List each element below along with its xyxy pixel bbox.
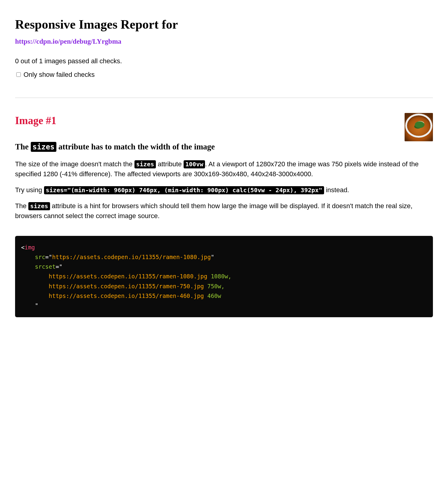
code-token: https://assets.codepen.io/11355/ramen-10… [52, 254, 211, 260]
code-block: <img src="https://assets.codepen.io/1135… [15, 236, 433, 317]
code-token: srcset [35, 263, 56, 270]
sizes-code: sizes [134, 160, 156, 168]
code-token: src [35, 254, 45, 260]
check-heading: The sizes attribute has to match the wid… [15, 141, 433, 153]
check-heading-post: attribute has to match the width of the … [56, 142, 215, 151]
filter-label-text: Only show failed checks [24, 70, 95, 80]
image-thumbnail [405, 113, 433, 141]
text-span: attribute [156, 160, 184, 168]
code-token: https://assets.codepen.io/11355/ramen-46… [49, 293, 204, 299]
code-token: https://assets.codepen.io/11355/ramen-75… [49, 283, 204, 290]
text-span: Try using [15, 186, 44, 194]
code-token: img [24, 244, 35, 251]
code-token: " [211, 254, 214, 260]
code-token: " [49, 254, 52, 260]
value-code: 100vw [184, 160, 205, 168]
divider [15, 98, 433, 98]
code-token: 750w, [204, 283, 225, 290]
sizes-code: sizes [28, 202, 50, 210]
text-span: instead. [324, 186, 349, 194]
page-title: Responsive Images Report for [15, 15, 433, 34]
summary-text: 0 out of 1 images passed all checks. [15, 56, 433, 66]
check-paragraph-1: The size of the image doesn't match the … [15, 159, 433, 179]
code-token: https://assets.codepen.io/11355/ramen-10… [49, 273, 207, 280]
code-token: < [21, 244, 24, 251]
code-token: 1080w, [207, 273, 232, 280]
sizes-code: sizes [31, 142, 56, 152]
suggested-sizes-code: sizes="(min-width: 960px) 746px, (min-wi… [44, 186, 324, 194]
code-token: " [59, 263, 62, 270]
image-heading: Image #1 [15, 113, 433, 129]
check-paragraph-2: Try using sizes="(min-width: 960px) 746p… [15, 185, 433, 195]
code-token: " [35, 302, 38, 309]
text-span: The [15, 202, 28, 210]
code-token: = [55, 263, 59, 270]
text-span: attribute is a hint for browsers which s… [15, 202, 412, 220]
check-heading-pre: The [15, 142, 31, 151]
check-paragraph-3: The sizes attribute is a hint for browse… [15, 201, 433, 221]
code-token: = [45, 254, 49, 260]
code-token: 460w [204, 293, 221, 299]
text-span: The size of the image doesn't match the [15, 160, 134, 168]
filter-checkbox[interactable] [16, 72, 21, 77]
filter-label[interactable]: Only show failed checks [15, 70, 433, 80]
report-url-link[interactable]: https://cdpn.io/pen/debug/LYrgbma [15, 36, 433, 47]
